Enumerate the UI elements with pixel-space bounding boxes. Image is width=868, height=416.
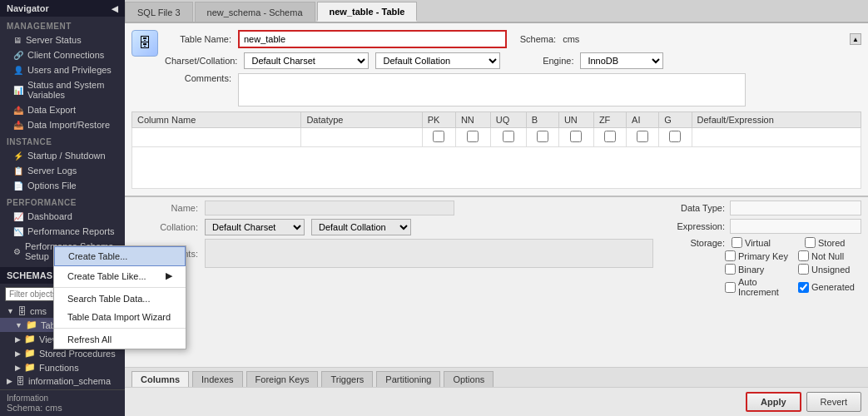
- lower-charset-select[interactable]: Default Charset: [205, 219, 305, 235]
- revert-button[interactable]: Revert: [806, 392, 861, 412]
- unsigned-checkbox[interactable]: [798, 264, 809, 275]
- pk-checkbox[interactable]: [725, 250, 736, 261]
- info-label: Information: [7, 394, 118, 403]
- sidebar-item-data-export[interactable]: 📤Data Export: [0, 102, 125, 117]
- sidebar-item-server-logs[interactable]: 📋Server Logs: [0, 163, 125, 178]
- storage-row-1: Storage: Virtual Stored: [667, 237, 861, 248]
- ai-checkbox-header[interactable]: [637, 131, 648, 142]
- context-menu-item-create-table[interactable]: Create Table...: [54, 246, 186, 266]
- ai-checkbox[interactable]: [725, 282, 736, 293]
- context-menu-item-table-data-import[interactable]: Table Data Import Wizard: [54, 308, 186, 326]
- content-area: 🗄 Table Name: Schema: cms ▲ Charset/Coll…: [125, 23, 868, 416]
- storage-row-2: Primary Key Not Null Unique: [667, 250, 861, 261]
- table-name-label: Table Name:: [165, 34, 231, 44]
- engine-label: Engine:: [507, 56, 573, 66]
- binary-cb-label: Binary: [725, 264, 791, 275]
- col-header-zf: ZF: [593, 112, 626, 128]
- zf-checkbox-header[interactable]: [604, 131, 616, 142]
- data-type-row: Data Type:: [667, 201, 861, 215]
- sidebar-item-options-file[interactable]: 📄Options File: [0, 178, 125, 193]
- submenu-arrow-icon: ▶: [166, 270, 172, 281]
- performance-section-label: PERFORMANCE: [0, 193, 125, 209]
- info-schema: Schema: cms: [7, 403, 118, 413]
- table-name-row: Table Name: Schema: cms ▲: [165, 30, 861, 48]
- col-header-g: G: [659, 112, 692, 128]
- pk-cb-label: Primary Key: [725, 250, 791, 261]
- binary-checkbox[interactable]: [725, 264, 736, 275]
- expression-input[interactable]: [730, 219, 861, 234]
- unsigned-cb-label: Unsigned: [798, 264, 865, 275]
- lower-content: Name: Collation: Default Charset Default…: [125, 197, 868, 367]
- tab-columns[interactable]: Columns: [131, 371, 189, 387]
- lower-collation-label: Collation:: [131, 222, 198, 232]
- col-header-uq: UQ: [490, 112, 526, 128]
- sidebar-title: Navigator: [7, 3, 49, 13]
- col-header-nn: NN: [455, 112, 490, 128]
- sidebar-item-status-variables[interactable]: 📊Status and System Variables: [0, 77, 125, 102]
- sidebar-item-perf-reports[interactable]: 📉Performance Reports: [0, 224, 125, 239]
- storage-section: Storage: Virtual Stored: [667, 237, 861, 297]
- b-checkbox-header[interactable]: [537, 131, 548, 142]
- tree-item-information-schema[interactable]: ▶🗄information_schema: [0, 374, 125, 388]
- charset-label: Charset/Collation:: [165, 56, 237, 66]
- schema-value: cms: [563, 34, 579, 44]
- virtual-checkbox[interactable]: [732, 237, 742, 248]
- generated-checkbox[interactable]: [798, 282, 809, 293]
- empty-row: [132, 147, 861, 189]
- context-menu-item-search-table-data[interactable]: Search Table Data...: [54, 290, 186, 308]
- sidebar-item-server-status[interactable]: 🖥Server Status: [0, 32, 125, 47]
- g-checkbox-header[interactable]: [669, 131, 681, 142]
- tab-new-schema[interactable]: new_schema - Schema: [195, 2, 315, 22]
- tab-foreign-keys[interactable]: Foreign Keys: [246, 371, 319, 387]
- stored-checkbox[interactable]: [805, 237, 816, 248]
- sidebar-item-users-privileges[interactable]: 👤Users and Privileges: [0, 62, 125, 77]
- uq-checkbox-header[interactable]: [503, 131, 514, 142]
- storage-row-4: Auto Increment Generated: [667, 277, 861, 297]
- lower-collation-row: Collation: Default Charset Default Colla…: [131, 219, 653, 235]
- context-menu-item-create-table-like[interactable]: Create Table Like... ▶: [54, 266, 186, 285]
- lower-comments-input[interactable]: [205, 239, 653, 268]
- sidebar-item-data-import[interactable]: 📥Data Import/Restore: [0, 117, 125, 132]
- apply-button[interactable]: Apply: [746, 392, 801, 412]
- tab-indexes[interactable]: Indexes: [192, 371, 243, 387]
- lower-panel: Name: Collation: Default Charset Default…: [125, 197, 868, 416]
- info-bar: Information Schema: cms: [0, 389, 125, 416]
- sidebar-item-startup[interactable]: ⚡Startup / Shutdown: [0, 148, 125, 163]
- tab-options[interactable]: Options: [444, 371, 494, 387]
- tree-item-functions[interactable]: ▶📁Functions: [0, 360, 125, 374]
- tab-triggers[interactable]: Triggers: [321, 371, 373, 387]
- col-header-un: UN: [558, 112, 593, 128]
- management-section-label: MANAGEMENT: [0, 17, 125, 32]
- un-checkbox-header[interactable]: [570, 131, 582, 142]
- scroll-up-btn[interactable]: ▲: [850, 33, 861, 45]
- expression-row: Expression:: [667, 219, 861, 234]
- engine-select[interactable]: InnoDB: [580, 52, 663, 69]
- pk-checkbox-header[interactable]: [433, 131, 444, 142]
- sidebar-item-dashboard[interactable]: 📈Dashboard: [0, 209, 125, 224]
- lower-comments-row: Comments:: [131, 239, 653, 268]
- not-null-checkbox[interactable]: [798, 250, 809, 261]
- comments-input[interactable]: [238, 73, 746, 106]
- comments-label: Comments:: [165, 73, 231, 83]
- nn-checkbox-header[interactable]: [467, 131, 479, 142]
- schema-label: Schema:: [520, 34, 556, 44]
- tab-new-table[interactable]: new_table - Table: [317, 2, 418, 22]
- table-name-input[interactable]: [238, 30, 507, 48]
- lower-collation-select[interactable]: Default Collation: [311, 219, 411, 235]
- lower-left-form: Name: Collation: Default Charset Default…: [125, 197, 660, 367]
- charset-select[interactable]: Default Charset: [244, 52, 369, 69]
- sidebar-item-client-connections[interactable]: 🔗Client Connections: [0, 47, 125, 62]
- collation-select[interactable]: Default Collation: [375, 52, 500, 69]
- bottom-tabs: Columns Indexes Foreign Keys Triggers Pa…: [125, 367, 868, 387]
- context-menu-item-refresh-all[interactable]: Refresh All: [54, 330, 186, 349]
- tab-partitioning[interactable]: Partitioning: [376, 371, 440, 387]
- tab-bar: SQL File 3 new_schema - Schema new_table…: [125, 0, 868, 23]
- sidebar-collapse-icon[interactable]: ◀: [112, 4, 118, 13]
- generated-cb-label: Generated: [798, 282, 865, 293]
- sidebar: Navigator ◀ MANAGEMENT 🖥Server Status 🔗C…: [0, 0, 125, 416]
- lower-name-input[interactable]: [205, 201, 454, 215]
- instance-section-label: INSTANCE: [0, 132, 125, 148]
- col-header-ai: AI: [627, 112, 659, 128]
- tab-sql-file-3[interactable]: SQL File 3: [125, 2, 193, 22]
- data-type-input[interactable]: [730, 201, 861, 215]
